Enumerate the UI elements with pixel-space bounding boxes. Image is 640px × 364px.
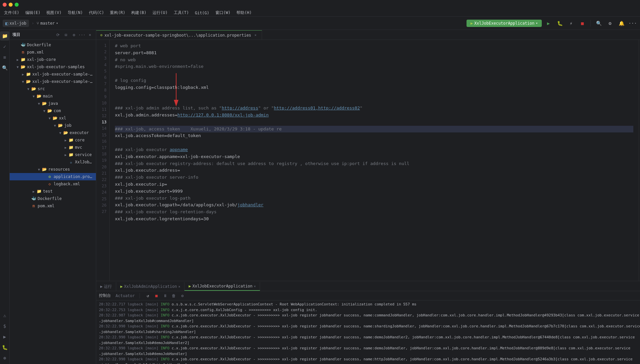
tab-close-button[interactable]: × [254, 284, 256, 288]
tab-application-properties[interactable]: ⚙ xxl-job-executor-sample-springboot\...… [96, 30, 262, 40]
tree-item-core[interactable]: ▶ 📁 core [10, 136, 96, 144]
expand-icon[interactable]: ▶ [31, 189, 36, 194]
menu-edit[interactable]: 编辑(E) [23, 9, 43, 16]
sidebar-icon-services[interactable]: ⊕ [0, 353, 9, 363]
tree-item-java[interactable]: ▼ 📂 java [10, 100, 96, 107]
branch-selector[interactable]: ⑂ master ▾ [37, 21, 58, 26]
expand-icon[interactable]: ▼ [58, 130, 63, 135]
sidebar-icon-vcs[interactable]: ✓ [0, 42, 9, 51]
expand-icon[interactable]: ▶ [63, 137, 68, 143]
tree-item-xxl-executor-samples[interactable]: ▼ 📂 xxl-job-executor-samples [10, 63, 96, 71]
tree-item-resources[interactable]: ▼ 📂 resources [10, 166, 96, 173]
stop-btn[interactable]: ■ [153, 292, 160, 299]
actuator-tab[interactable]: Actuator [116, 293, 135, 298]
tab-close-button[interactable]: × [253, 33, 258, 38]
tree-item-test[interactable]: ▶ 📁 test [10, 188, 96, 195]
panel-collapse[interactable]: ⊟ [63, 32, 69, 38]
tree-item-dockerfile[interactable]: 🐳 Dockerfile [10, 41, 96, 49]
settings-button[interactable]: ⚙ [605, 19, 615, 28]
menu-code[interactable]: 代码(C) [86, 9, 107, 16]
sidebar-icon-project[interactable]: 📁 [0, 31, 9, 41]
sidebar-icon-terminal[interactable]: $ [0, 321, 9, 331]
expand-icon[interactable]: ▼ [26, 86, 31, 91]
tree-item-application-properties[interactable]: ⚙ application.properties [10, 173, 96, 180]
run-config-selector[interactable]: ▶ XxlJobExecutorApplication ▾ [467, 20, 542, 27]
expand-icon[interactable]: ▶ [63, 152, 68, 157]
expand-icon[interactable]: ▼ [31, 93, 36, 99]
menu-refactor[interactable]: 重构(R) [107, 9, 128, 16]
menu-help[interactable]: 帮助(H) [234, 9, 254, 16]
coverage-button[interactable]: ⚡ [566, 19, 576, 28]
menu-view[interactable]: 视图(V) [44, 9, 64, 16]
expand-icon[interactable]: ▼ [52, 123, 58, 128]
menu-git[interactable]: Git(G) [192, 10, 212, 16]
expand-icon[interactable]: ▼ [36, 101, 42, 106]
panel-settings[interactable]: ⚙ [71, 32, 77, 38]
minimize-button[interactable] [9, 3, 13, 7]
tree-item-logback[interactable]: ◇ logback.xml [10, 180, 96, 188]
code-line [115, 223, 633, 230]
expand-icon[interactable]: ▶ [15, 57, 20, 62]
tree-item-mvc[interactable]: ▶ 📁 mvc [10, 144, 96, 151]
tree-label: job [64, 123, 93, 128]
clear-btn[interactable]: 🗑 [170, 292, 177, 299]
tree-item-xxl[interactable]: ▼ 📂 xxl [10, 114, 96, 122]
tree-item-pom2[interactable]: m pom.xml [10, 202, 96, 210]
expand-icon[interactable]: ▶ [63, 145, 68, 150]
tree-item-xxl-job-core[interactable]: ▶ 📁 xxl-job-core [10, 56, 96, 63]
tree-item-job[interactable]: ▼ 📂 job [10, 122, 96, 129]
sidebar-icon-search[interactable]: 🔍 [0, 63, 9, 73]
expand-icon[interactable]: ▶ [20, 72, 26, 77]
code-line: # no web [115, 57, 633, 64]
settings-btn[interactable]: ⚙ [179, 292, 186, 299]
tab-run[interactable]: ▶ 运行 [96, 282, 116, 291]
menu-run[interactable]: 运行(U) [150, 9, 170, 16]
menu-tools[interactable]: 工具(T) [171, 9, 192, 16]
editor-content[interactable]: # web port server.port=8081 # no web #sp… [110, 40, 639, 281]
tree-item-frameless[interactable]: ▶ 📁 xxl-job-executor-sample-frameless [10, 71, 96, 78]
sidebar-icon-debug[interactable]: 🐛 [0, 343, 9, 352]
tab-admin-app[interactable]: ▶ XxlJobAdminApplication × [116, 282, 184, 291]
tab-executor-app[interactable]: ▶ XxlJobExecutorApplication × [184, 282, 260, 291]
expand-icon[interactable]: ▼ [15, 64, 20, 70]
tree-label: core [75, 138, 93, 142]
restart-btn[interactable]: ↺ [145, 292, 151, 299]
close-button[interactable] [3, 3, 7, 7]
menu-window[interactable]: 窗口(W) [213, 9, 233, 16]
menu-build[interactable]: 构建(B) [129, 9, 149, 16]
tree-item-src[interactable]: ▼ 📂 src [10, 85, 96, 92]
expand-icon[interactable]: ▼ [36, 167, 42, 172]
tree-item-main[interactable]: ▼ 📂 main [10, 92, 96, 100]
stop-button[interactable]: ■ [578, 19, 587, 28]
menu-file[interactable]: 文件(E) [1, 9, 22, 16]
tree-item-service[interactable]: ▶ 📁 service [10, 151, 96, 158]
tree-item-springboot[interactable]: ▼ 📂 xxl-job-executor-sample-springboot [10, 78, 96, 85]
tree-item-pom[interactable]: m pom.xml [10, 49, 96, 56]
editor-scrollbar[interactable] [639, 40, 640, 281]
search-everywhere-button[interactable]: 🔍 [594, 19, 603, 28]
run-button[interactable]: ▶ [544, 19, 553, 28]
tree-item-com[interactable]: ▼ 📂 com [10, 107, 96, 114]
expand-icon[interactable]: ▼ [47, 115, 52, 121]
tree-item-dockerfile2[interactable]: 🐳 Dockerfile [10, 195, 96, 202]
console-tab[interactable]: 控制台 [99, 293, 111, 298]
maximize-button[interactable] [15, 3, 19, 7]
expand-icon[interactable]: ▼ [42, 108, 47, 113]
menu-navigate[interactable]: 导航(N) [65, 9, 86, 16]
project-selector[interactable]: ◧ xxl-job [3, 20, 29, 27]
sidebar-icon-problems[interactable]: ⚠ [0, 311, 9, 320]
tree-item-executor-app[interactable]: ☕ XxlJobExecutorApplication [10, 158, 96, 166]
debug-button[interactable]: 🐛 [555, 19, 564, 28]
panel-sync[interactable]: ⟳ [55, 32, 61, 38]
tree-item-executor[interactable]: ▼ 📂 executor [10, 129, 96, 136]
more-button[interactable]: ··· [628, 19, 637, 28]
code-line: # web port [115, 43, 633, 50]
tab-close-button[interactable]: × [178, 285, 180, 288]
expand-icon[interactable]: ▼ [20, 79, 26, 84]
notifications-button[interactable]: 🔔 [617, 19, 626, 28]
pause-btn[interactable]: ⏸ [162, 292, 168, 299]
sidebar-icon-structure[interactable]: ≡ [0, 53, 9, 62]
sidebar-icon-run[interactable]: ▶ [0, 332, 9, 341]
panel-hide[interactable]: × [87, 32, 93, 38]
panel-more[interactable]: ··· [79, 32, 85, 38]
